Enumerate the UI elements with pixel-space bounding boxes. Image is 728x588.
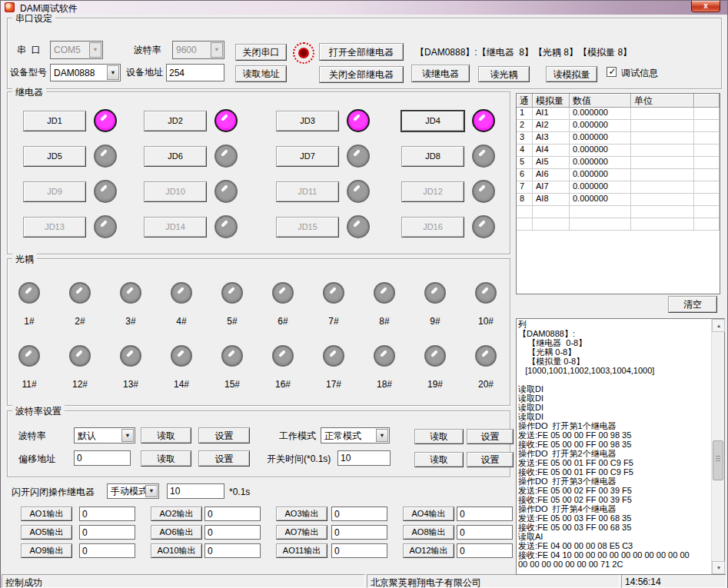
close-icon[interactable]: x xyxy=(691,1,720,12)
ao-value-12[interactable] xyxy=(457,543,513,558)
ao-button-10[interactable]: AO10输出 xyxy=(151,543,202,558)
app-icon xyxy=(5,2,15,12)
scroll-down-icon[interactable] xyxy=(712,561,725,574)
ao-button-1[interactable]: AO1输出 xyxy=(21,507,72,521)
ao-value-3[interactable] xyxy=(331,507,387,521)
log-text[interactable]: 列 【DAM0888】: 【继电器 0-8】 【光耦 0-8】 【模拟量 0-8… xyxy=(518,320,710,573)
client-area: 串口设定 串 口 COM5 波特率 9600 关闭串口 打开全部继电器 【DAM… xyxy=(1,15,727,587)
ao-value-11[interactable] xyxy=(331,543,387,558)
ao-button-2[interactable]: AO2输出 xyxy=(151,507,202,521)
ao-button-9[interactable]: AO9输出 xyxy=(21,543,72,558)
status-time: 14:56:14 xyxy=(621,574,726,588)
ao-button-6[interactable]: AO6输出 xyxy=(151,525,202,540)
ao-button-7[interactable]: AO7输出 xyxy=(276,525,327,540)
ao-button-11[interactable]: AO11输出 xyxy=(276,543,327,558)
log-panel[interactable]: 列 【DAM0888】: 【继电器 0-8】 【光耦 0-8】 【模拟量 0-8… xyxy=(516,318,725,575)
app-window: DAM调试软件 x 串口设定 串 口 COM5 波特率 9600 关闭串口 打开… xyxy=(0,0,728,588)
ao-value-10[interactable] xyxy=(204,543,261,558)
ao-value-5[interactable] xyxy=(79,525,135,540)
title-bar: DAM调试软件 x xyxy=(1,1,727,15)
ao-button-4[interactable]: AO4输出 xyxy=(403,507,454,521)
scrollbar-thumb[interactable] xyxy=(713,440,723,480)
scroll-up-icon[interactable] xyxy=(712,319,725,332)
ao-button-12[interactable]: AO12输出 xyxy=(403,543,454,558)
ao-button-5[interactable]: AO5输出 xyxy=(21,525,72,540)
ao-button-3[interactable]: AO3输出 xyxy=(276,507,327,521)
ao-value-4[interactable] xyxy=(457,507,513,521)
ao-button-8[interactable]: AO8输出 xyxy=(403,525,454,540)
status-company: 北京聚英翱翔电子有限公司 xyxy=(367,574,620,588)
ao-value-2[interactable] xyxy=(204,507,261,521)
ao-value-8[interactable] xyxy=(457,525,513,540)
status-message: 控制成功 xyxy=(2,574,365,588)
log-scrollbar[interactable] xyxy=(711,319,724,574)
ao-value-1[interactable] xyxy=(79,507,135,521)
status-bar: 控制成功 北京聚英翱翔电子有限公司 14:56:14 xyxy=(1,573,727,588)
ao-value-6[interactable] xyxy=(204,525,261,540)
ao-value-7[interactable] xyxy=(331,525,387,540)
ao-value-9[interactable] xyxy=(79,543,135,558)
